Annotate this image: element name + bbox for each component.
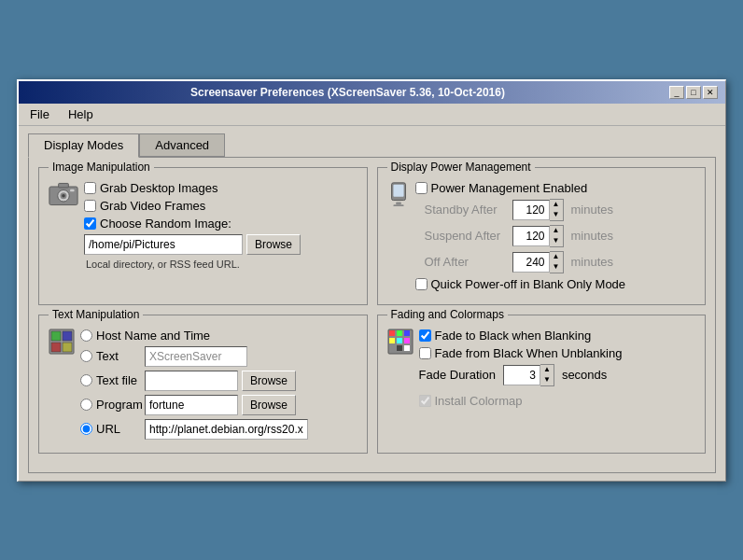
svg-rect-23 (397, 345, 402, 351)
grab-desktop-label[interactable]: Grab Desktop Images (84, 181, 217, 195)
off-down-button[interactable]: ▼ (550, 262, 563, 273)
image-browse-button[interactable]: Browse (246, 234, 301, 255)
off-up-button[interactable]: ▲ (550, 252, 563, 262)
text-file-radio[interactable] (80, 374, 92, 386)
text-file-row: Text file Browse (80, 371, 357, 391)
text-file-browse-button[interactable]: Browse (242, 371, 296, 391)
svg-rect-9 (393, 204, 403, 206)
fading-colormaps-panel: Fading and Colormaps (377, 315, 707, 454)
top-panels-row: Image Manipulation (38, 167, 706, 305)
off-unit: minutes (571, 255, 614, 269)
hostname-time-row: Host Name and Time (80, 329, 357, 343)
standby-value[interactable] (512, 200, 550, 220)
maximize-button[interactable]: □ (686, 86, 701, 99)
choose-random-label[interactable]: Choose Random Image: (84, 217, 231, 231)
fade-duration-down-button[interactable]: ▼ (540, 375, 554, 385)
grab-video-label[interactable]: Grab Video Frames (84, 199, 205, 213)
text-file-input[interactable] (145, 371, 238, 391)
svg-rect-18 (404, 330, 410, 336)
menu-file[interactable]: File (26, 105, 53, 123)
svg-rect-5 (70, 189, 74, 191)
suspend-row: Suspend After ▲ ▼ minutes (425, 225, 696, 247)
off-label: Off After (425, 255, 509, 269)
power-mgmt-checkbox[interactable] (415, 182, 428, 194)
url-radio[interactable] (80, 423, 92, 435)
fading-legend: Fading and Colormaps (387, 308, 508, 321)
url-row: URL (80, 419, 357, 440)
install-colormap-label[interactable]: Install Colormap (419, 394, 523, 408)
quick-power-off-checkbox[interactable] (415, 278, 428, 290)
program-browse-button[interactable]: Browse (242, 395, 296, 415)
suspend-down-button[interactable]: ▼ (550, 236, 563, 246)
hostname-time-radio[interactable] (80, 329, 92, 342)
text-manipulation-body: Host Name and Time Text (49, 329, 357, 443)
suspend-spinner-buttons: ▲ ▼ (550, 225, 564, 247)
standby-spinner-buttons: ▲ ▼ (550, 199, 564, 221)
standby-down-button[interactable]: ▼ (550, 210, 563, 220)
fade-from-black-label[interactable]: Fade from Black When Unblanking (419, 346, 623, 360)
text-option-label[interactable]: Text (80, 349, 141, 363)
choose-random-row: Choose Random Image: (84, 217, 357, 231)
choose-random-checkbox[interactable] (84, 217, 96, 230)
svg-rect-14 (63, 343, 72, 352)
minimize-button[interactable]: _ (669, 86, 684, 99)
image-path-row: Browse (84, 234, 357, 255)
fade-duration-unit: seconds (562, 368, 607, 382)
program-label[interactable]: Program (80, 398, 141, 412)
url-input[interactable] (145, 419, 308, 440)
hostname-time-label[interactable]: Host Name and Time (80, 329, 210, 343)
hint-text: Local directory, or RSS feed URL. (86, 259, 240, 270)
svg-rect-22 (389, 345, 395, 351)
fade-to-black-row: Fade to Black when Blanking (419, 329, 696, 343)
suspend-up-button[interactable]: ▲ (550, 226, 563, 236)
image-path-input[interactable] (84, 234, 243, 255)
tab-content: Image Manipulation (28, 157, 716, 473)
off-value[interactable] (512, 252, 550, 273)
fade-duration-value[interactable] (503, 365, 540, 385)
text-value-input[interactable] (145, 346, 247, 367)
url-label[interactable]: URL (80, 422, 141, 436)
svg-rect-24 (404, 345, 410, 351)
standby-label: Standby After (425, 203, 509, 217)
text-file-label[interactable]: Text file (80, 373, 141, 387)
main-window: Screensaver Preferences (XScreenSaver 5.… (17, 79, 726, 482)
tab-bar: Display Modes Advanced (28, 133, 716, 157)
image-manipulation-body: Grab Desktop Images Grab Video Frames (49, 181, 357, 273)
suspend-unit: minutes (571, 229, 614, 243)
power-mgmt-label[interactable]: Power Management Enabled (415, 181, 588, 195)
tab-display-modes[interactable]: Display Modes (28, 133, 139, 158)
fading-body: Fade to Black when Blanking Fade from Bl… (387, 329, 696, 412)
svg-point-4 (62, 194, 65, 198)
svg-rect-7 (393, 184, 403, 196)
content-area: Display Modes Advanced Image Manipulatio… (19, 126, 725, 481)
program-input[interactable] (145, 395, 238, 415)
fade-from-black-checkbox[interactable] (419, 347, 431, 359)
suspend-value[interactable] (512, 226, 550, 246)
text-radio[interactable] (80, 350, 92, 362)
install-colormap-checkbox (419, 395, 431, 407)
text-option-row: Text (80, 346, 357, 367)
display-power-legend: Display Power Management (387, 161, 535, 174)
window-title: Screensaver Preferences (XScreenSaver 5.… (26, 86, 669, 99)
fade-duration-label: Fade Duration (419, 368, 496, 382)
quick-power-off-label[interactable]: Quick Power-off in Blank Only Mode (415, 277, 626, 291)
fade-to-black-checkbox[interactable] (419, 329, 431, 342)
svg-rect-13 (51, 343, 61, 352)
fade-to-black-label[interactable]: Fade to Black when Blanking (419, 329, 592, 343)
close-button[interactable]: ✕ (703, 86, 718, 99)
svg-rect-11 (51, 331, 61, 341)
program-radio[interactable] (80, 399, 92, 411)
grab-desktop-checkbox[interactable] (84, 182, 96, 194)
standby-up-button[interactable]: ▲ (550, 200, 563, 210)
fade-duration-up-button[interactable]: ▲ (540, 365, 554, 375)
text-manipulation-panel: Text Manipulation (38, 315, 368, 454)
fade-duration-spinner-buttons: ▲ ▼ (540, 364, 554, 386)
svg-rect-21 (404, 338, 410, 343)
grab-video-checkbox[interactable] (84, 200, 96, 212)
title-bar: Screensaver Preferences (XScreenSaver 5.… (19, 81, 725, 104)
menu-help[interactable]: Help (64, 105, 97, 123)
tab-advanced[interactable]: Advanced (139, 133, 225, 157)
svg-rect-17 (397, 330, 402, 336)
install-colormap-row: Install Colormap (419, 394, 696, 408)
svg-rect-16 (389, 330, 395, 336)
